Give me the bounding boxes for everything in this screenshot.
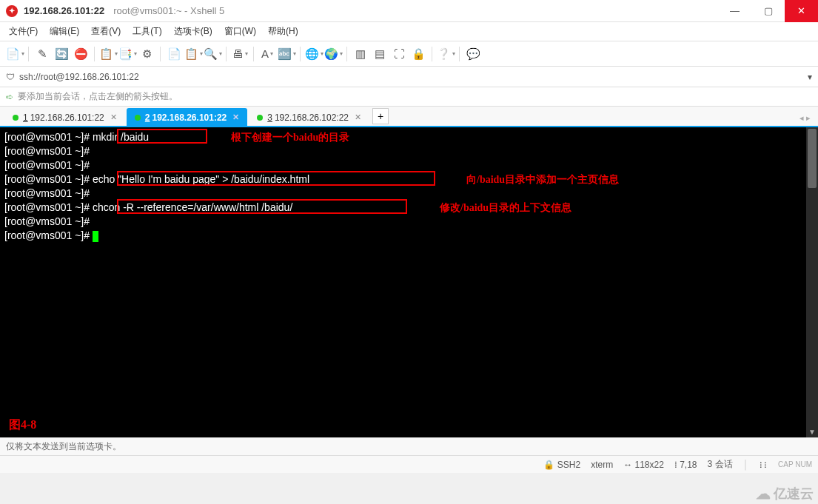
maximize-button[interactable]: ▢ <box>751 0 785 22</box>
tab-nav-arrows[interactable]: ◂ ▸ <box>799 113 814 123</box>
disconnect-icon[interactable]: ⛔ <box>72 45 90 63</box>
watermark-text: 亿速云 <box>774 485 814 503</box>
terminal-line: [root@vms001 ~]# <box>4 144 814 158</box>
tab-label: 192.168.26.101:22 <box>30 112 104 123</box>
terminal-line: [root@vms001 ~]# mkdir /baidu <box>4 130 814 144</box>
menu-item-3[interactable]: 工具(T) <box>133 25 161 38</box>
menu-bar: 文件(F)编辑(E)查看(V)工具(T)选项卡(B)窗口(W)帮助(H) <box>0 22 818 41</box>
scrollbar[interactable]: ▲ ▼ <box>806 127 818 437</box>
menu-item-1[interactable]: 编辑(E) <box>50 25 79 38</box>
status-sessions: 3 会话 <box>708 458 733 471</box>
terminal-line: [root@vms001 ~]# <box>4 187 814 201</box>
globe-icon[interactable]: 🌐 <box>305 45 323 63</box>
toolbar-separator <box>94 47 95 61</box>
paste-icon[interactable]: 📋 <box>184 45 202 63</box>
tab-close-icon[interactable]: ✕ <box>232 112 239 122</box>
menu-item-6[interactable]: 帮助(H) <box>268 25 298 38</box>
status-size: ↔ 118x22 <box>623 460 664 470</box>
toolbar-separator <box>28 47 29 61</box>
panel2-icon[interactable]: ▤ <box>371 45 389 63</box>
minimize-button[interactable]: — <box>718 0 751 22</box>
status-bar: 🔒 SSH2 xterm ↔ 118x22 ⁞ 7,18 3 会话 │ ⫶⫶ C… <box>0 455 818 473</box>
close-button[interactable]: ✕ <box>785 0 818 22</box>
status-dot-icon <box>13 115 19 121</box>
terminal-line: [root@vms001 ~]# <box>4 215 814 229</box>
add-tab-button[interactable]: + <box>372 108 389 124</box>
status-grip-icon[interactable]: ⫶⫶ <box>759 460 768 470</box>
tab-2[interactable]: 2 192.168.26.101:22✕ <box>127 108 247 126</box>
menu-item-4[interactable]: 选项卡(B) <box>174 25 212 38</box>
toolbar-separator <box>459 47 460 61</box>
terminal-line: [root@vms001 ~]# echo "Hello I'm baidu p… <box>4 172 814 187</box>
status-dot-icon <box>257 115 263 121</box>
address-menu-icon[interactable]: ▾ <box>808 72 812 82</box>
new-session-icon[interactable]: 📄 <box>6 45 24 63</box>
toolbar-separator <box>346 47 347 61</box>
feedback-icon[interactable]: 💬 <box>464 45 482 63</box>
title-bar: ✦ 192.168.26.101:22 root@vms001:~ - Xshe… <box>0 0 818 22</box>
window-title-main: 192.168.26.101:22 <box>24 5 104 16</box>
copy-icon[interactable]: 📄 <box>165 45 183 63</box>
status-pos: ⁞ 7,18 <box>674 460 697 470</box>
properties-icon[interactable]: ⚙ <box>138 45 155 63</box>
print-icon[interactable]: 🖶 <box>231 45 249 63</box>
footer-message-bar: 仅将文本发送到当前选项卡。 <box>0 437 818 455</box>
menu-item-5[interactable]: 窗口(W) <box>224 25 256 38</box>
address-text: ssh://root@192.168.26.101:22 <box>19 72 139 82</box>
find-icon[interactable]: 🔍 <box>204 45 221 63</box>
transfer-icon[interactable]: 📑 <box>118 45 136 63</box>
status-dot-icon <box>135 115 141 121</box>
terminal-line: [root@vms001 ~]# <box>4 229 814 243</box>
watermark-icon: ☁ <box>756 485 771 503</box>
terminal-line: [root@vms001 ~]# <box>4 158 814 172</box>
menu-item-0[interactable]: 文件(F) <box>9 25 38 38</box>
toolbar: 📄✎🔄⛔📋📑⚙📄📋🔍🖶A🔤🌐🌍▥▤⛶🔒❔💬 <box>0 41 818 67</box>
toolbar-separator <box>160 47 161 61</box>
footer-message: 仅将文本发送到当前选项卡。 <box>6 440 121 453</box>
window-controls: — ▢ ✕ <box>718 0 818 22</box>
toolbar-separator <box>226 47 227 61</box>
edit-icon[interactable]: ✎ <box>33 45 51 63</box>
hint-text: 要添加当前会话，点击左侧的箭头按钮。 <box>18 90 178 103</box>
tab-close-icon[interactable]: ✕ <box>355 112 361 122</box>
tab-close-icon[interactable]: ✕ <box>110 112 117 122</box>
tab-bar: 1 192.168.26.101:22✕2 192.168.26.101:22✕… <box>0 107 818 127</box>
window-title-sub: root@vms001:~ - Xshell 5 <box>113 5 224 16</box>
lock-icon: 🛡 <box>6 72 15 82</box>
tab-number: 1 <box>23 112 28 123</box>
scroll-down-icon[interactable]: ▼ <box>806 426 818 437</box>
toolbar-separator <box>432 47 432 61</box>
toolbar-separator <box>253 47 254 61</box>
tab-number: 2 <box>145 112 150 123</box>
tab-3[interactable]: 3 192.168.26.102:22✕ <box>249 108 369 126</box>
toolbar-separator <box>300 47 301 61</box>
status-term: xterm <box>591 460 613 470</box>
figure-label: 图4-8 <box>9 417 36 431</box>
panel-icon[interactable]: ▥ <box>352 45 369 63</box>
terminal-line: [root@vms001 ~]# chcon -R --reference=/v… <box>4 201 814 215</box>
terminal[interactable]: [root@vms001 ~]# mkdir /baidu[root@vms00… <box>0 127 818 437</box>
watermark: ☁ 亿速云 <box>756 485 814 503</box>
zoom-icon[interactable]: 🔤 <box>278 45 295 63</box>
scroll-thumb[interactable] <box>808 129 817 188</box>
globe2-icon[interactable]: 🌍 <box>324 45 342 63</box>
fullscreen-icon[interactable]: ⛶ <box>390 45 408 63</box>
hint-arrow-icon[interactable]: ➪ <box>6 92 13 102</box>
menu-item-2[interactable]: 查看(V) <box>91 25 121 38</box>
font-color-icon[interactable]: A <box>258 45 276 63</box>
tab-label: 192.168.26.101:22 <box>152 112 227 123</box>
lock-icon[interactable]: 🔒 <box>409 45 427 63</box>
hint-bar: ➪ 要添加当前会话，点击左侧的箭头按钮。 <box>0 87 818 107</box>
cursor <box>93 231 98 242</box>
tab-label: 192.168.26.102:22 <box>275 112 349 123</box>
tab-number: 3 <box>267 112 272 123</box>
address-bar[interactable]: 🛡 ssh://root@192.168.26.101:22 ▾ <box>0 67 818 87</box>
cap-indicator: CAP NUM <box>778 460 812 468</box>
status-sep: │ <box>743 460 749 470</box>
app-icon: ✦ <box>6 5 18 17</box>
help-icon[interactable]: ❔ <box>437 45 455 63</box>
reconnect-icon[interactable]: 🔄 <box>53 45 70 63</box>
file-transfer-icon[interactable]: 📋 <box>99 45 117 63</box>
tab-1[interactable]: 1 192.168.26.101:22✕ <box>4 108 125 126</box>
status-ssh: 🔒 SSH2 <box>543 460 580 470</box>
